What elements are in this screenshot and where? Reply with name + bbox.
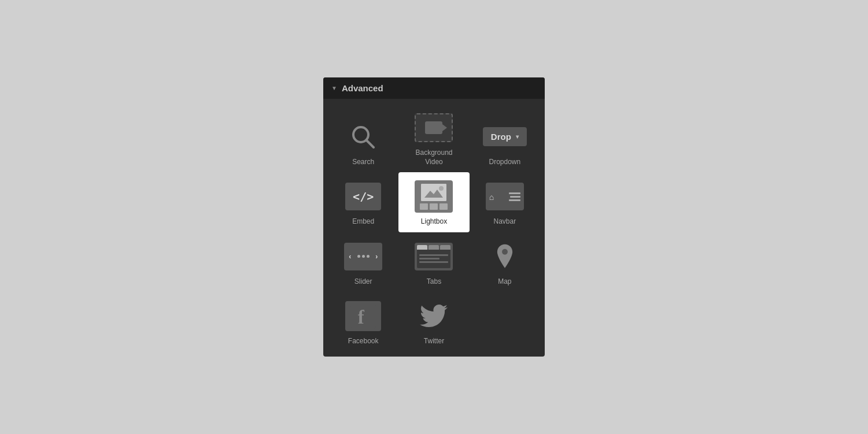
widget-embed[interactable]: </> Embed: [328, 172, 398, 232]
tabs-widget-icon: [413, 239, 455, 274]
svg-point-4: [439, 186, 444, 191]
svg-point-5: [502, 249, 508, 255]
embed-widget-label: Embed: [352, 217, 374, 227]
map-widget-label: Map: [498, 277, 511, 287]
widget-lightbox[interactable]: Lightbox: [398, 172, 469, 232]
tabs-widget-label: Tabs: [427, 277, 441, 287]
widget-grid: Search BackgroundVideo Drop ▾ Dropdown: [323, 99, 545, 357]
widget-navbar[interactable]: ⌂ Navbar: [470, 172, 540, 232]
widget-twitter[interactable]: Twitter: [398, 292, 469, 352]
dropdown-widget-icon: Drop ▾: [484, 120, 526, 154]
widget-dropdown[interactable]: Drop ▾ Dropdown: [470, 103, 540, 172]
collapse-arrow-icon[interactable]: ▼: [331, 85, 337, 91]
widget-slider[interactable]: ‹ › Slider: [328, 232, 398, 292]
facebook-widget-label: Facebook: [348, 337, 379, 346]
twitter-widget-label: Twitter: [424, 337, 444, 346]
navbar-widget-label: Navbar: [493, 217, 516, 227]
chevron-down-icon: ▾: [516, 133, 519, 140]
svg-line-1: [367, 140, 374, 147]
slider-widget-label: Slider: [354, 277, 372, 287]
home-icon: ⌂: [489, 192, 498, 201]
facebook-widget-icon: f: [342, 299, 384, 333]
slider-right-arrow-icon: ›: [375, 253, 378, 261]
twitter-widget-icon: [413, 299, 455, 333]
lightbox-widget-icon: [413, 179, 455, 214]
widget-background-video[interactable]: BackgroundVideo: [398, 103, 469, 172]
advanced-panel: ▼ Advanced Search BackgroundVideo: [323, 77, 545, 357]
svg-text:f: f: [358, 307, 365, 328]
widget-tabs[interactable]: Tabs: [398, 232, 469, 292]
background-video-widget-label: BackgroundVideo: [415, 149, 452, 166]
panel-header: ▼ Advanced: [323, 77, 545, 99]
slider-left-arrow-icon: ‹: [349, 253, 351, 261]
dropdown-label: Drop: [491, 132, 511, 142]
widget-facebook[interactable]: f Facebook: [328, 292, 398, 352]
panel-title: Advanced: [342, 83, 383, 93]
map-widget-icon: [484, 239, 526, 274]
search-widget-icon: [342, 120, 384, 154]
embed-widget-icon: </>: [342, 179, 384, 214]
widget-map[interactable]: Map: [470, 232, 540, 292]
widget-search[interactable]: Search: [328, 103, 398, 172]
dropdown-widget-label: Dropdown: [489, 158, 520, 167]
search-widget-label: Search: [352, 158, 374, 167]
navbar-widget-icon: ⌂: [484, 179, 526, 214]
slider-widget-icon: ‹ ›: [342, 239, 384, 274]
background-video-widget-icon: [413, 110, 455, 145]
svg-rect-2: [421, 184, 446, 201]
lightbox-widget-label: Lightbox: [421, 217, 447, 227]
